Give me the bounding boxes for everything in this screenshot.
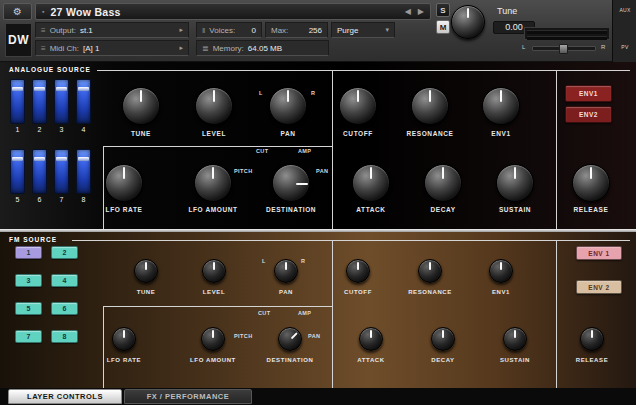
fm-tune-knob[interactable] [134,259,158,283]
analog-env2-button[interactable]: ENV2 [565,106,612,123]
fm-voice-button-6[interactable]: 6 [51,302,78,315]
prev-instrument-icon[interactable]: ◀ [405,7,411,16]
analog-voice-slider-8[interactable] [76,149,91,194]
output-label: Output: [50,26,76,35]
header-pan-handle[interactable] [559,44,568,54]
divider-line [556,240,557,388]
fm-lfo-rate-label: LFO RATE [92,357,156,363]
analog-lfo-amount-label: LFO AMOUNT [177,206,249,213]
fm-decay-knob[interactable] [431,327,455,351]
midi-channel-selector[interactable]: ≡ Midi Ch: [A] 1 ▸ [35,40,189,56]
analog-lfo-amount-knob[interactable] [194,164,232,202]
fm-voice-button-2[interactable]: 2 [51,246,78,259]
slider-number-3: 3 [54,126,69,133]
voices-readout: ‖ Voices: 0 [196,22,262,38]
slider-number-5: 5 [10,196,25,203]
fm-sustain-knob[interactable] [503,327,527,351]
memory-icon: ≣ [202,44,209,53]
fm-env2-button[interactable]: ENV 2 [576,280,622,294]
aux-label[interactable]: AUX [613,7,636,13]
analog-voice-slider-7[interactable] [54,149,69,194]
fm-voice-button-5[interactable]: 5 [15,302,42,315]
output-selector[interactable]: ≡ Output: st.1 ▸ [35,22,189,38]
fm-lfo-amount-knob[interactable] [201,327,225,351]
tab-fx-performance[interactable]: FX / PERFORMANCE [124,389,252,404]
divider-line [103,306,332,307]
analog-lfo-rate-knob[interactable] [105,164,143,202]
solo-button[interactable]: S [436,3,450,17]
analog-resonance-knob[interactable] [411,87,449,125]
fm-level-knob[interactable] [202,259,226,283]
analog-env1-button[interactable]: ENV1 [565,85,612,102]
analog-destination-knob[interactable] [272,164,310,202]
fm-voice-button-8[interactable]: 8 [51,330,78,343]
analog-voice-slider-6[interactable] [32,149,47,194]
pv-label[interactable]: PV [613,44,636,50]
voices-icon: ‖ [202,26,205,35]
next-instrument-icon[interactable]: ▶ [418,7,424,16]
fm-voice-button-4[interactable]: 4 [51,274,78,287]
slider-number-2: 2 [32,126,47,133]
analog-tune-label: TUNE [105,130,177,137]
fm-dest-cut-label: CUT [258,310,271,316]
analog-voice-slider-5[interactable] [10,149,25,194]
slider-number-1: 1 [10,126,25,133]
slider-number-8: 8 [76,196,91,203]
analog-release-knob[interactable] [572,164,610,202]
analog-voice-slider-2[interactable] [32,79,47,124]
analog-voice-slider-4[interactable] [76,79,91,124]
analog-sustain-label: SUSTAIN [479,206,551,213]
analog-voice-slider-1[interactable] [10,79,25,124]
fm-layer-section: FM SOURCE 1 2 3 4 5 6 7 8 TUNE LEVEL L R… [0,232,636,388]
header-pan-slider[interactable] [532,46,596,51]
fm-voice-button-1[interactable]: 1 [15,246,42,259]
analog-env1-knob[interactable] [482,87,520,125]
purge-dropdown[interactable]: Purge ▾ [331,22,395,38]
analog-pan-label: PAN [252,130,324,137]
slider-cap [34,157,45,161]
tab-layer-controls[interactable]: LAYER CONTROLS [8,389,122,404]
midi-value: [A] 1 [83,44,99,53]
analog-destination-label: DESTINATION [255,206,327,213]
max-voices-field[interactable]: Max: 256 [265,22,328,38]
fm-attack-knob[interactable] [359,327,383,351]
slider-cap [12,87,23,91]
analog-tune-knob[interactable] [122,87,160,125]
fm-voice-button-7[interactable]: 7 [15,330,42,343]
analog-layer-section: ANALOGUE SOURCE 1 2 3 4 5 6 7 8 TUNE LEV… [0,62,636,229]
fm-env1-knob[interactable] [489,259,513,283]
bottom-tab-bar: LAYER CONTROLS FX / PERFORMANCE [0,388,636,405]
analog-level-label: LEVEL [178,130,250,137]
master-tune-knob[interactable] [451,5,485,39]
fm-lfo-rate-knob[interactable] [112,327,136,351]
analog-pan-knob[interactable] [269,87,307,125]
fm-voice-button-3[interactable]: 3 [15,274,42,287]
slider-cap [34,87,45,91]
fm-release-knob[interactable] [580,327,604,351]
divider-line [103,146,332,147]
analog-cutoff-knob[interactable] [339,87,377,125]
fm-resonance-knob[interactable] [418,259,442,283]
fm-env1-button[interactable]: ENV 1 [576,246,622,260]
analog-decay-knob[interactable] [424,164,462,202]
mute-button[interactable]: M [436,20,450,34]
output-value: st.1 [80,26,93,35]
title-bar[interactable]: ▪ 27 Wow Bass ◀ ▶ [35,3,431,20]
analog-sustain-knob[interactable] [496,164,534,202]
slider-number-6: 6 [32,196,47,203]
fm-release-label: RELEASE [560,357,624,363]
analog-attack-knob[interactable] [352,164,390,202]
analog-voice-slider-3[interactable] [54,79,69,124]
fm-destination-knob[interactable] [278,327,302,351]
analog-resonance-label: RESONANCE [394,130,466,137]
edit-wrench-button[interactable]: ⚙ [3,3,32,20]
analog-level-knob[interactable] [195,87,233,125]
wrench-icon: ⚙ [13,6,22,17]
dw-logo: DW [5,23,32,57]
fm-cutoff-knob[interactable] [346,259,370,283]
fm-section-label: FM SOURCE [9,236,57,243]
fm-pan-knob[interactable] [274,259,298,283]
meter-bar-left [527,30,607,34]
fm-dest-pitch-label: PITCH [234,333,253,339]
slider-cap [78,157,89,161]
